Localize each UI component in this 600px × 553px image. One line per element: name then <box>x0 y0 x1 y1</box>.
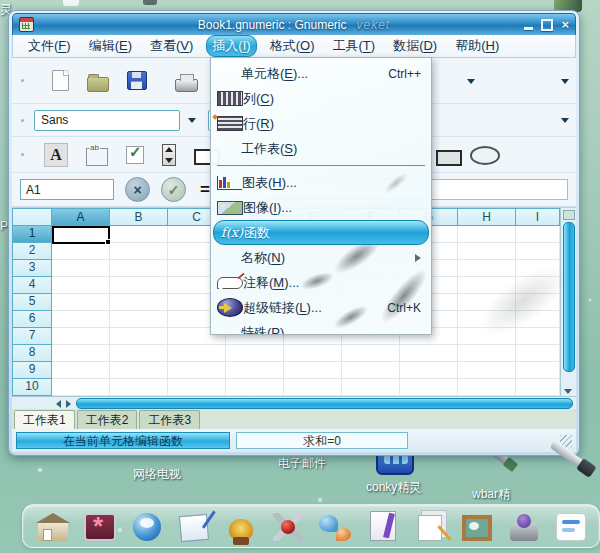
insert-menu-item-8[interactable]: 名称(N) <box>211 245 431 270</box>
cell-I5[interactable] <box>516 294 560 311</box>
insert-menu-item-7[interactable]: 函数 <box>213 220 429 245</box>
open-file-icon[interactable] <box>87 77 109 92</box>
scrollbar-split-handle[interactable] <box>563 210 575 220</box>
row-header-7[interactable]: 7 <box>12 328 52 345</box>
dock-game-icon[interactable] <box>270 507 306 541</box>
row-header-5[interactable]: 5 <box>12 294 52 311</box>
select-all-corner[interactable] <box>12 208 52 226</box>
cell-B7[interactable] <box>110 328 168 345</box>
toolbar-grip[interactable] <box>21 79 24 82</box>
desktop-icon-network-tv[interactable]: 网络电视 <box>133 466 181 483</box>
cell-B9[interactable] <box>110 362 168 379</box>
vertical-scrollbar[interactable] <box>560 208 576 396</box>
hscroll-thumb[interactable] <box>76 398 573 409</box>
row-header-2[interactable]: 2 <box>12 243 52 260</box>
cell-H7[interactable] <box>458 328 516 345</box>
dock-notes-icon[interactable] <box>412 507 448 541</box>
label-widget-icon[interactable] <box>44 143 68 167</box>
spinbutton-widget-icon[interactable] <box>162 144 176 166</box>
column-header-I[interactable]: I <box>516 208 560 226</box>
dock-monitor-icon[interactable] <box>82 507 118 541</box>
desktop-icon-conky[interactable]: conky精灵 <box>366 479 421 496</box>
insert-menu-item-11[interactable]: 特殊(P) <box>211 320 431 335</box>
insert-menu-item-5[interactable]: 图表(H)... <box>211 170 431 195</box>
scroll-right-icon[interactable] <box>66 400 71 408</box>
cell-I7[interactable] <box>516 328 560 345</box>
cell-A6[interactable] <box>52 311 110 328</box>
close-button[interactable]: × <box>561 18 569 31</box>
cell-I2[interactable] <box>516 243 560 260</box>
dock-browser-icon[interactable] <box>129 507 165 541</box>
cell-E9[interactable] <box>284 362 342 379</box>
filled-rectangle-icon[interactable] <box>436 150 462 166</box>
row-header-8[interactable]: 8 <box>12 345 52 362</box>
cell-B6[interactable] <box>110 311 168 328</box>
desktop-icon-wbar[interactable]: wbar精 <box>472 486 510 503</box>
cell-D8[interactable] <box>226 345 284 362</box>
font-name-combo[interactable]: Sans <box>34 110 180 131</box>
cell-H4[interactable] <box>458 277 516 294</box>
row-header-4[interactable]: 4 <box>12 277 52 294</box>
menubar-item-4[interactable]: 格式(O) <box>265 36 320 56</box>
dock-document-icon[interactable] <box>365 507 401 541</box>
row-header-10[interactable]: 10 <box>12 379 52 396</box>
cell-I8[interactable] <box>516 345 560 362</box>
cell-H6[interactable] <box>458 311 516 328</box>
sheet-tab-1[interactable]: 工作表1 <box>14 410 75 429</box>
cell-G9[interactable] <box>400 362 458 379</box>
insert-menu-item-2[interactable]: 行(R) <box>211 111 431 136</box>
minimize-button[interactable] <box>524 27 533 30</box>
cell-H2[interactable] <box>458 243 516 260</box>
menubar-item-5[interactable]: 工具(T) <box>327 36 380 56</box>
cell-I10[interactable] <box>516 379 560 396</box>
cell-B4[interactable] <box>110 277 168 294</box>
cell-A7[interactable] <box>52 328 110 345</box>
cell-A2[interactable] <box>52 243 110 260</box>
cell-G8[interactable] <box>400 345 458 362</box>
redo-dropdown-icon[interactable] <box>467 79 475 84</box>
cell-B1[interactable] <box>110 226 168 243</box>
cell-F10[interactable] <box>342 379 400 396</box>
cell-B5[interactable] <box>110 294 168 311</box>
ellipse-widget-icon[interactable] <box>470 146 500 165</box>
cell-B3[interactable] <box>110 260 168 277</box>
insert-menu-item-10[interactable]: 超级链接(L)...Ctrl+K <box>211 295 431 320</box>
toolbar-grip[interactable] <box>21 153 24 156</box>
cancel-edit-icon[interactable]: × <box>125 177 150 202</box>
cell-F8[interactable] <box>342 345 400 362</box>
cell-H5[interactable] <box>458 294 516 311</box>
insert-menu-item-9[interactable]: 注释(M)... <box>211 270 431 295</box>
cell-H9[interactable] <box>458 362 516 379</box>
vscroll-thumb[interactable] <box>563 222 575 372</box>
toolbar-grip[interactable] <box>21 119 24 122</box>
font-dropdown-icon[interactable] <box>188 118 196 123</box>
menubar-item-1[interactable]: 编辑(E) <box>84 36 137 56</box>
cell-C9[interactable] <box>168 362 226 379</box>
row-header-3[interactable]: 3 <box>12 260 52 277</box>
dock-notepad-icon[interactable] <box>176 507 212 541</box>
desktop-icon-email[interactable]: 电子邮件 <box>278 455 326 472</box>
column-header-B[interactable]: B <box>110 208 168 226</box>
scroll-down-icon[interactable] <box>564 389 572 394</box>
cell-I3[interactable] <box>516 260 560 277</box>
dock-imgview-icon[interactable] <box>459 507 495 541</box>
accept-edit-icon[interactable]: ✓ <box>161 177 186 202</box>
sheet-tab-3[interactable]: 工作表3 <box>139 410 200 429</box>
column-header-H[interactable]: H <box>458 208 516 226</box>
cell-A9[interactable] <box>52 362 110 379</box>
column-header-A[interactable]: A <box>52 208 110 226</box>
cell-H1[interactable] <box>458 226 516 243</box>
new-file-icon[interactable] <box>52 70 69 91</box>
cell-H3[interactable] <box>458 260 516 277</box>
cell-F9[interactable] <box>342 362 400 379</box>
row-header-1[interactable]: 1 <box>12 226 52 243</box>
menubar-item-0[interactable]: 文件(F) <box>23 36 76 56</box>
cell-B8[interactable] <box>110 345 168 362</box>
cell-D9[interactable] <box>226 362 284 379</box>
save-icon[interactable] <box>127 71 147 90</box>
selected-cell[interactable] <box>52 226 110 244</box>
cell-H8[interactable] <box>458 345 516 362</box>
row-header-6[interactable]: 6 <box>12 311 52 328</box>
cell-B2[interactable] <box>110 243 168 260</box>
horizontal-scrollbar[interactable] <box>12 396 576 409</box>
